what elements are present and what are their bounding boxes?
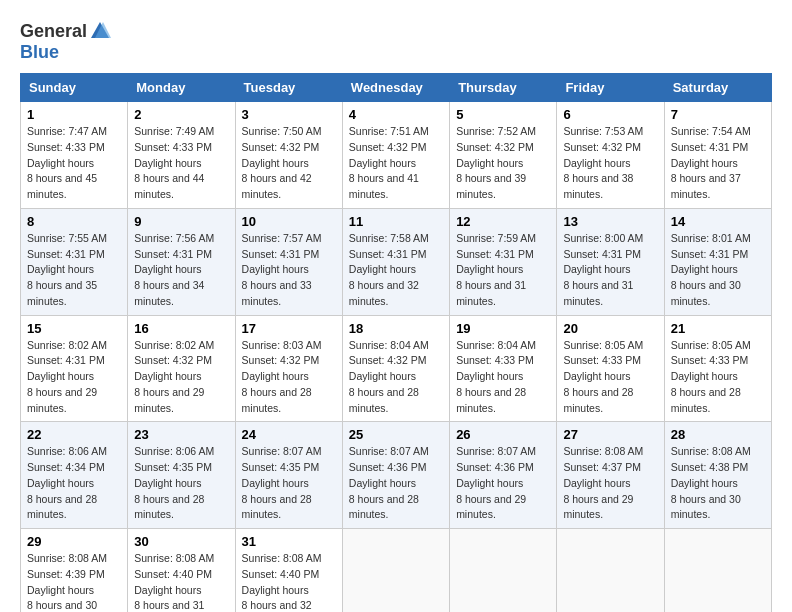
- daylight-value: 8 hours and 30 minutes.: [27, 599, 97, 612]
- daylight-label: Daylight hours: [349, 370, 416, 382]
- daylight-label: Daylight hours: [134, 584, 201, 596]
- daylight-value: 8 hours and 32 minutes.: [242, 599, 312, 612]
- sunrise-label: Sunrise: 8:04 AM: [349, 339, 429, 351]
- calendar-cell: 28 Sunrise: 8:08 AM Sunset: 4:38 PM Dayl…: [664, 422, 771, 529]
- day-info: Sunrise: 8:00 AM Sunset: 4:31 PM Dayligh…: [563, 231, 657, 310]
- calendar-cell: 4 Sunrise: 7:51 AM Sunset: 4:32 PM Dayli…: [342, 102, 449, 209]
- daylight-value: 8 hours and 28 minutes.: [456, 386, 526, 414]
- daylight-value: 8 hours and 42 minutes.: [242, 172, 312, 200]
- sunset-label: Sunset: 4:31 PM: [671, 248, 749, 260]
- day-number: 8: [27, 214, 121, 229]
- daylight-value: 8 hours and 29 minutes.: [134, 386, 204, 414]
- sunrise-label: Sunrise: 7:55 AM: [27, 232, 107, 244]
- daylight-label: Daylight hours: [671, 477, 738, 489]
- calendar-cell: 20 Sunrise: 8:05 AM Sunset: 4:33 PM Dayl…: [557, 315, 664, 422]
- calendar-cell: 9 Sunrise: 7:56 AM Sunset: 4:31 PM Dayli…: [128, 208, 235, 315]
- day-info: Sunrise: 8:08 AM Sunset: 4:38 PM Dayligh…: [671, 444, 765, 523]
- sunset-label: Sunset: 4:35 PM: [242, 461, 320, 473]
- day-number: 15: [27, 321, 121, 336]
- calendar-cell: [557, 529, 664, 613]
- daylight-label: Daylight hours: [563, 370, 630, 382]
- daylight-label: Daylight hours: [456, 263, 523, 275]
- calendar-cell: [342, 529, 449, 613]
- day-info: Sunrise: 7:58 AM Sunset: 4:31 PM Dayligh…: [349, 231, 443, 310]
- day-info: Sunrise: 8:03 AM Sunset: 4:32 PM Dayligh…: [242, 338, 336, 417]
- calendar-week-row: 8 Sunrise: 7:55 AM Sunset: 4:31 PM Dayli…: [21, 208, 772, 315]
- sunrise-label: Sunrise: 7:50 AM: [242, 125, 322, 137]
- daylight-value: 8 hours and 37 minutes.: [671, 172, 741, 200]
- daylight-label: Daylight hours: [27, 477, 94, 489]
- sunset-label: Sunset: 4:33 PM: [456, 354, 534, 366]
- sunset-label: Sunset: 4:33 PM: [27, 141, 105, 153]
- calendar-week-row: 15 Sunrise: 8:02 AM Sunset: 4:31 PM Dayl…: [21, 315, 772, 422]
- day-number: 24: [242, 427, 336, 442]
- day-info: Sunrise: 8:07 AM Sunset: 4:36 PM Dayligh…: [349, 444, 443, 523]
- day-number: 3: [242, 107, 336, 122]
- day-info: Sunrise: 7:50 AM Sunset: 4:32 PM Dayligh…: [242, 124, 336, 203]
- sunrise-label: Sunrise: 8:07 AM: [242, 445, 322, 457]
- sunset-label: Sunset: 4:36 PM: [456, 461, 534, 473]
- daylight-label: Daylight hours: [349, 477, 416, 489]
- day-number: 9: [134, 214, 228, 229]
- sunset-label: Sunset: 4:31 PM: [671, 141, 749, 153]
- daylight-label: Daylight hours: [671, 263, 738, 275]
- calendar-cell: 22 Sunrise: 8:06 AM Sunset: 4:34 PM Dayl…: [21, 422, 128, 529]
- calendar-cell: 2 Sunrise: 7:49 AM Sunset: 4:33 PM Dayli…: [128, 102, 235, 209]
- day-info: Sunrise: 7:52 AM Sunset: 4:32 PM Dayligh…: [456, 124, 550, 203]
- calendar-week-row: 29 Sunrise: 8:08 AM Sunset: 4:39 PM Dayl…: [21, 529, 772, 613]
- sunrise-label: Sunrise: 8:08 AM: [242, 552, 322, 564]
- day-number: 18: [349, 321, 443, 336]
- sunset-label: Sunset: 4:31 PM: [134, 248, 212, 260]
- calendar-cell: 13 Sunrise: 8:00 AM Sunset: 4:31 PM Dayl…: [557, 208, 664, 315]
- sunset-label: Sunset: 4:31 PM: [563, 248, 641, 260]
- calendar-cell: 30 Sunrise: 8:08 AM Sunset: 4:40 PM Dayl…: [128, 529, 235, 613]
- sunrise-label: Sunrise: 8:07 AM: [456, 445, 536, 457]
- day-number: 4: [349, 107, 443, 122]
- sunset-label: Sunset: 4:32 PM: [349, 141, 427, 153]
- day-number: 10: [242, 214, 336, 229]
- daylight-value: 8 hours and 28 minutes.: [563, 386, 633, 414]
- daylight-value: 8 hours and 35 minutes.: [27, 279, 97, 307]
- day-number: 23: [134, 427, 228, 442]
- calendar-cell: 14 Sunrise: 8:01 AM Sunset: 4:31 PM Dayl…: [664, 208, 771, 315]
- daylight-label: Daylight hours: [563, 157, 630, 169]
- calendar-cell: 1 Sunrise: 7:47 AM Sunset: 4:33 PM Dayli…: [21, 102, 128, 209]
- header: General Blue: [20, 20, 772, 63]
- daylight-value: 8 hours and 31 minutes.: [134, 599, 204, 612]
- daylight-value: 8 hours and 31 minutes.: [563, 279, 633, 307]
- day-info: Sunrise: 8:08 AM Sunset: 4:37 PM Dayligh…: [563, 444, 657, 523]
- calendar-cell: 25 Sunrise: 8:07 AM Sunset: 4:36 PM Dayl…: [342, 422, 449, 529]
- sunrise-label: Sunrise: 8:07 AM: [349, 445, 429, 457]
- calendar-cell: 26 Sunrise: 8:07 AM Sunset: 4:36 PM Dayl…: [450, 422, 557, 529]
- calendar-header-row: SundayMondayTuesdayWednesdayThursdayFrid…: [21, 74, 772, 102]
- sunset-label: Sunset: 4:36 PM: [349, 461, 427, 473]
- sunrise-label: Sunrise: 8:06 AM: [27, 445, 107, 457]
- sunrise-label: Sunrise: 8:00 AM: [563, 232, 643, 244]
- sunrise-label: Sunrise: 7:53 AM: [563, 125, 643, 137]
- sunset-label: Sunset: 4:40 PM: [134, 568, 212, 580]
- day-number: 20: [563, 321, 657, 336]
- daylight-label: Daylight hours: [563, 263, 630, 275]
- daylight-value: 8 hours and 44 minutes.: [134, 172, 204, 200]
- daylight-label: Daylight hours: [27, 584, 94, 596]
- sunrise-label: Sunrise: 8:08 AM: [27, 552, 107, 564]
- daylight-value: 8 hours and 29 minutes.: [563, 493, 633, 521]
- day-number: 21: [671, 321, 765, 336]
- header-friday: Friday: [557, 74, 664, 102]
- sunrise-label: Sunrise: 7:51 AM: [349, 125, 429, 137]
- header-tuesday: Tuesday: [235, 74, 342, 102]
- calendar-cell: 31 Sunrise: 8:08 AM Sunset: 4:40 PM Dayl…: [235, 529, 342, 613]
- daylight-value: 8 hours and 28 minutes.: [671, 386, 741, 414]
- day-number: 19: [456, 321, 550, 336]
- day-number: 17: [242, 321, 336, 336]
- header-sunday: Sunday: [21, 74, 128, 102]
- day-info: Sunrise: 7:47 AM Sunset: 4:33 PM Dayligh…: [27, 124, 121, 203]
- day-number: 25: [349, 427, 443, 442]
- calendar-cell: 6 Sunrise: 7:53 AM Sunset: 4:32 PM Dayli…: [557, 102, 664, 209]
- sunset-label: Sunset: 4:32 PM: [242, 354, 320, 366]
- calendar-cell: 7 Sunrise: 7:54 AM Sunset: 4:31 PM Dayli…: [664, 102, 771, 209]
- day-info: Sunrise: 8:08 AM Sunset: 4:39 PM Dayligh…: [27, 551, 121, 612]
- daylight-value: 8 hours and 39 minutes.: [456, 172, 526, 200]
- daylight-value: 8 hours and 30 minutes.: [671, 493, 741, 521]
- calendar-table: SundayMondayTuesdayWednesdayThursdayFrid…: [20, 73, 772, 612]
